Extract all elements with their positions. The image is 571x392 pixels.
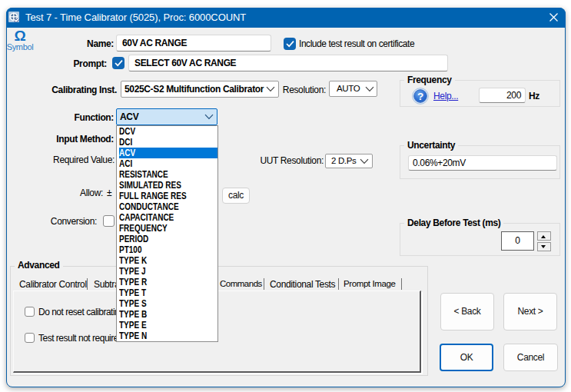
svg-text:?: ? (417, 91, 423, 102)
